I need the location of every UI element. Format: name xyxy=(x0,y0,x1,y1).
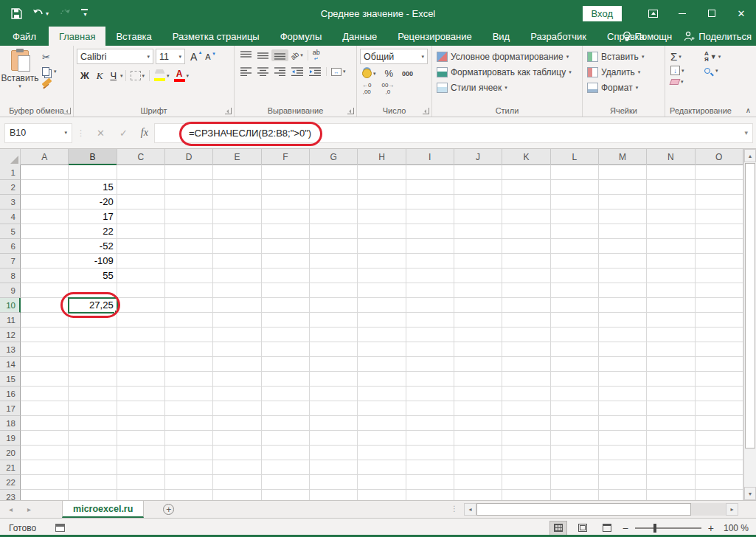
row-header-15[interactable]: 15 xyxy=(0,372,21,387)
formula-input[interactable]: =СРЗНАЧЕСЛИ(B2:B8;">0") ▾ xyxy=(154,123,753,143)
cell-J13[interactable] xyxy=(454,342,502,357)
cell-E17[interactable] xyxy=(213,401,261,416)
collapse-ribbon-icon[interactable]: ∧ xyxy=(746,106,751,114)
cell-J15[interactable] xyxy=(454,372,502,387)
cell-F12[interactable] xyxy=(262,328,310,342)
cell-K4[interactable] xyxy=(502,209,550,224)
cell-K16[interactable] xyxy=(502,387,550,401)
cell-A1[interactable] xyxy=(21,165,69,180)
page-layout-view-button[interactable] xyxy=(574,521,592,536)
borders-button[interactable]: ▾ xyxy=(128,70,148,81)
cell-E15[interactable] xyxy=(213,372,261,387)
cell-A7[interactable] xyxy=(21,254,69,268)
cell-F19[interactable] xyxy=(262,431,310,446)
tab-Вставка[interactable]: Вставка xyxy=(105,27,162,46)
name-box-dropdown-icon[interactable]: ▾ xyxy=(64,130,67,136)
cell-M1[interactable] xyxy=(599,165,647,180)
cell-E11[interactable] xyxy=(213,313,261,328)
undo-dropdown-icon[interactable]: ▾ xyxy=(46,10,49,17)
cell-A4[interactable] xyxy=(21,209,69,224)
save-icon[interactable] xyxy=(7,6,26,21)
cell-O18[interactable] xyxy=(696,416,743,431)
decrease-indent-button[interactable] xyxy=(288,66,306,77)
cell-N5[interactable] xyxy=(647,224,695,239)
cell-D22[interactable] xyxy=(165,475,213,490)
fill-handle[interactable] xyxy=(114,310,118,313)
row-header-13[interactable]: 13 xyxy=(0,342,21,357)
cell-B6[interactable]: -52 xyxy=(69,239,117,254)
copy-button[interactable]: ▾ xyxy=(40,66,70,77)
cell-E4[interactable] xyxy=(213,209,261,224)
cell-D20[interactable] xyxy=(165,446,213,460)
underline-dropdown-icon[interactable]: ▾ xyxy=(120,73,123,79)
cell-J14[interactable] xyxy=(454,357,502,372)
cell-N1[interactable] xyxy=(647,165,695,180)
cell-N4[interactable] xyxy=(647,209,695,224)
column-header-L[interactable]: L xyxy=(551,149,599,165)
cell-O16[interactable] xyxy=(696,387,743,401)
cell-C16[interactable] xyxy=(117,387,165,401)
cell-K19[interactable] xyxy=(502,431,550,446)
cell-C17[interactable] xyxy=(117,401,165,416)
cell-M3[interactable] xyxy=(599,195,647,209)
cell-B8[interactable]: 55 xyxy=(69,268,117,283)
cell-O12[interactable] xyxy=(696,328,743,342)
bold-button[interactable]: Ж xyxy=(77,69,93,82)
cell-J18[interactable] xyxy=(454,416,502,431)
cell-N22[interactable] xyxy=(647,475,695,490)
cell-I15[interactable] xyxy=(406,372,454,387)
cell-C14[interactable] xyxy=(117,357,165,372)
cell-F11[interactable] xyxy=(262,313,310,328)
tab-Разметка страницы[interactable]: Разметка страницы xyxy=(162,27,270,46)
cell-D18[interactable] xyxy=(165,416,213,431)
column-header-F[interactable]: F xyxy=(262,149,310,165)
cell-E13[interactable] xyxy=(213,342,261,357)
row-header-18[interactable]: 18 xyxy=(0,416,21,431)
cell-C12[interactable] xyxy=(117,328,165,342)
cell-E16[interactable] xyxy=(213,387,261,401)
cell-D4[interactable] xyxy=(165,209,213,224)
cell-M11[interactable] xyxy=(599,313,647,328)
row-header-10[interactable]: 10 xyxy=(0,298,21,313)
cell-K6[interactable] xyxy=(502,239,550,254)
formula-bar-splitter[interactable]: ⋮ xyxy=(77,128,85,138)
cell-B17[interactable] xyxy=(69,401,117,416)
cell-I23[interactable] xyxy=(406,490,454,500)
add-sheet-icon[interactable]: + xyxy=(163,504,174,515)
cell-M23[interactable] xyxy=(599,490,647,500)
cell-N20[interactable] xyxy=(647,446,695,460)
cell-O19[interactable] xyxy=(696,431,743,446)
cell-K9[interactable] xyxy=(502,283,550,298)
expand-formula-bar-icon[interactable]: ▾ xyxy=(744,129,748,136)
zoom-level[interactable]: 100 % xyxy=(721,523,749,533)
font-dialog-launcher[interactable] xyxy=(225,108,232,114)
cell-D5[interactable] xyxy=(165,224,213,239)
row-header-1[interactable]: 1 xyxy=(0,165,21,180)
cell-A5[interactable] xyxy=(21,224,69,239)
cell-K12[interactable] xyxy=(502,328,550,342)
cells-item-Удалить[interactable]: Удалить▾ xyxy=(586,64,662,80)
italic-button[interactable]: К xyxy=(93,69,107,83)
cells-item-Вставить[interactable]: Вставить▾ xyxy=(586,49,662,64)
name-box[interactable]: B10 ▾ xyxy=(4,123,72,143)
style-item-Форматировать как таблицу[interactable]: Форматировать как таблицу▾ xyxy=(435,64,579,80)
cell-C20[interactable] xyxy=(117,446,165,460)
cut-button[interactable]: ✂ xyxy=(40,51,70,63)
fill-button[interactable]: ↓▾ xyxy=(668,65,702,76)
vertical-scrollbar[interactable]: ▴ ▾ xyxy=(743,149,756,500)
cell-A19[interactable] xyxy=(21,431,69,446)
scroll-left-icon[interactable]: ◂ xyxy=(464,503,476,516)
cell-J9[interactable] xyxy=(454,283,502,298)
cell-L12[interactable] xyxy=(551,328,599,342)
column-header-K[interactable]: K xyxy=(502,149,550,165)
cell-F20[interactable] xyxy=(262,446,310,460)
cell-H9[interactable] xyxy=(358,283,406,298)
page-break-view-button[interactable] xyxy=(598,521,616,536)
cell-L14[interactable] xyxy=(551,357,599,372)
cell-B4[interactable]: 17 xyxy=(69,209,117,224)
cell-H4[interactable] xyxy=(358,209,406,224)
cell-B12[interactable] xyxy=(69,328,117,342)
cell-H6[interactable] xyxy=(358,239,406,254)
cell-L17[interactable] xyxy=(551,401,599,416)
cell-G21[interactable] xyxy=(310,460,358,475)
